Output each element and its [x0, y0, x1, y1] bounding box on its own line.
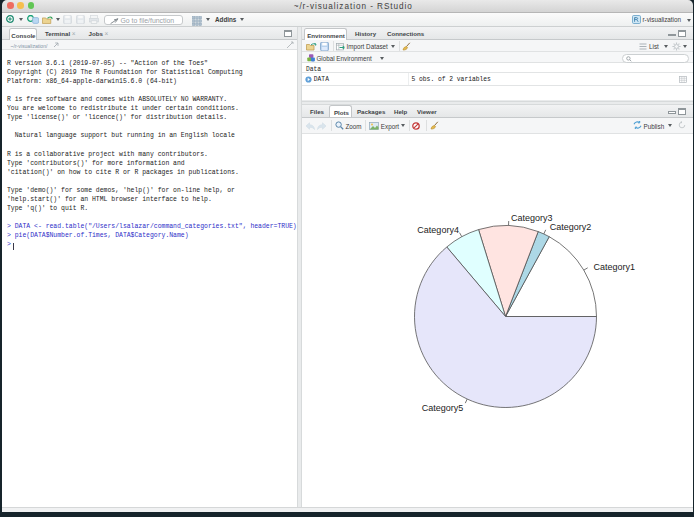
svg-text:Category5: Category5	[422, 403, 464, 413]
svg-text:Category4: Category4	[417, 225, 459, 235]
svg-text:Category2: Category2	[550, 222, 592, 232]
svg-text:Category1: Category1	[594, 261, 636, 271]
svg-text:Category3: Category3	[511, 212, 553, 222]
